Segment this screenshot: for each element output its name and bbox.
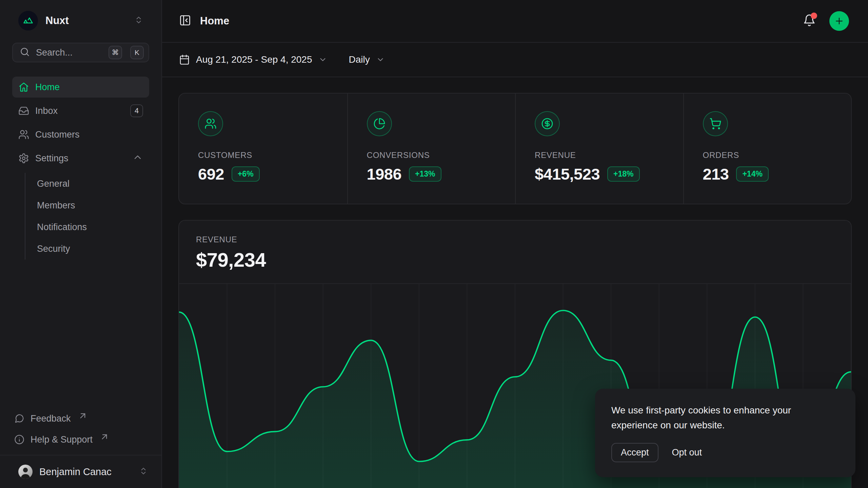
kbd-command: ⌘ bbox=[108, 46, 122, 59]
stat-value: 692 bbox=[198, 165, 224, 183]
revenue-chart-total: $79,234 bbox=[196, 248, 834, 271]
notification-dot bbox=[811, 13, 817, 19]
plus-icon bbox=[834, 16, 844, 26]
chevron-down-icon bbox=[376, 55, 385, 64]
feedback-link[interactable]: Feedback bbox=[12, 408, 149, 429]
message-bubble-icon bbox=[14, 413, 24, 424]
sidebar-footer-links: Feedback Help & Support bbox=[12, 408, 149, 450]
stat-label: REVENUE bbox=[535, 150, 664, 160]
help-support-link[interactable]: Help & Support bbox=[12, 429, 149, 450]
dashboard-page: Nuxt Search... ⌘ K Home bbox=[0, 0, 868, 488]
sidebar-subitem-members[interactable]: Members bbox=[37, 195, 149, 216]
stat-value: $415,523 bbox=[535, 165, 600, 183]
sidebar-subitem-general[interactable]: General bbox=[37, 173, 149, 195]
nuxt-logo-icon bbox=[18, 11, 38, 30]
stat-label: CUSTOMERS bbox=[198, 150, 328, 160]
info-circle-icon bbox=[14, 434, 24, 445]
inbox-icon bbox=[18, 105, 29, 116]
workspace-name: Nuxt bbox=[45, 15, 69, 27]
chevrons-up-down-icon bbox=[134, 16, 143, 26]
notifications-button[interactable] bbox=[803, 14, 816, 28]
workspace-switcher[interactable]: Nuxt bbox=[12, 7, 149, 34]
add-button[interactable] bbox=[829, 11, 849, 31]
inbox-count-badge: 4 bbox=[130, 104, 143, 117]
search-input[interactable]: Search... ⌘ K bbox=[12, 43, 149, 62]
stat-conversions[interactable]: CONVERSIONS 1986 +13% bbox=[347, 94, 515, 204]
calendar-icon bbox=[179, 54, 190, 65]
sidebar-item-settings[interactable]: Settings bbox=[12, 148, 149, 169]
external-link-icon bbox=[99, 432, 110, 442]
granularity-select[interactable]: Daily bbox=[349, 54, 385, 65]
sidebar-item-home[interactable]: Home bbox=[12, 77, 149, 98]
stat-value: 213 bbox=[703, 165, 729, 183]
settings-sub-list: General Members Notifications Security bbox=[25, 173, 149, 260]
home-icon bbox=[18, 82, 29, 93]
feedback-label: Feedback bbox=[31, 413, 71, 424]
stats-card: CUSTOMERS 692 +6% CONVERSIONS 1986 +13% bbox=[178, 93, 852, 204]
cookie-message: We use first-party cookies to enhance yo… bbox=[611, 403, 839, 433]
shopping-cart-icon bbox=[703, 111, 728, 136]
chevron-up-icon bbox=[132, 152, 143, 165]
search-placeholder: Search... bbox=[36, 47, 102, 58]
accept-cookies-button[interactable]: Accept bbox=[611, 443, 658, 462]
user-name: Benjamin Canac bbox=[39, 466, 112, 477]
sidebar-item-label: Customers bbox=[35, 129, 80, 140]
date-range-label: Aug 21, 2025 - Sep 4, 2025 bbox=[196, 54, 312, 65]
cookie-banner: We use first-party cookies to enhance yo… bbox=[595, 389, 855, 477]
sidebar-subitem-notifications[interactable]: Notifications bbox=[37, 216, 149, 238]
filters-toolbar: Aug 21, 2025 - Sep 4, 2025 Daily bbox=[162, 43, 868, 77]
avatar bbox=[18, 465, 33, 479]
granularity-label: Daily bbox=[349, 54, 370, 65]
help-support-label: Help & Support bbox=[31, 434, 93, 445]
stat-delta-badge: +6% bbox=[232, 166, 260, 182]
gear-icon bbox=[18, 153, 29, 164]
chevron-down-icon bbox=[318, 55, 327, 64]
stat-delta-badge: +18% bbox=[607, 166, 639, 182]
stat-customers[interactable]: CUSTOMERS 692 +6% bbox=[179, 94, 347, 204]
user-menu[interactable]: Benjamin Canac bbox=[0, 455, 161, 488]
sidebar-subitem-security[interactable]: Security bbox=[37, 238, 149, 260]
sidebar: Nuxt Search... ⌘ K Home bbox=[0, 0, 162, 488]
page-header: Home bbox=[162, 0, 868, 43]
stat-delta-badge: +14% bbox=[736, 166, 768, 182]
sidebar-item-label: Settings bbox=[35, 153, 68, 164]
chevrons-up-down-icon bbox=[139, 467, 148, 477]
external-link-icon bbox=[78, 411, 88, 421]
sidebar-item-customers[interactable]: Customers bbox=[12, 124, 149, 145]
stat-orders[interactable]: ORDERS 213 +14% bbox=[683, 94, 851, 204]
date-range-picker[interactable]: Aug 21, 2025 - Sep 4, 2025 bbox=[179, 54, 327, 65]
collapse-sidebar-icon[interactable] bbox=[179, 14, 191, 28]
pie-chart-icon bbox=[367, 111, 392, 136]
stat-revenue[interactable]: REVENUE $415,523 +18% bbox=[515, 94, 683, 204]
opt-out-button[interactable]: Opt out bbox=[672, 447, 702, 458]
stat-delta-badge: +13% bbox=[409, 166, 441, 182]
stat-value: 1986 bbox=[367, 165, 402, 183]
stat-label: ORDERS bbox=[703, 150, 832, 160]
main-area: Home Aug 21, 2025 - Sep 4, 2025 bbox=[162, 0, 868, 488]
page-title: Home bbox=[200, 15, 229, 27]
sidebar-item-label: Home bbox=[35, 82, 60, 93]
sidebar-item-inbox[interactable]: Inbox 4 bbox=[12, 100, 149, 121]
users-icon bbox=[198, 111, 223, 136]
sidebar-item-label: Inbox bbox=[35, 106, 58, 116]
users-icon bbox=[18, 129, 29, 140]
stat-label: CONVERSIONS bbox=[367, 150, 496, 160]
kbd-k: K bbox=[130, 46, 144, 59]
sidebar-nav: Home Inbox 4 Customers bbox=[12, 77, 149, 260]
search-icon bbox=[20, 47, 30, 58]
revenue-chart-label: REVENUE bbox=[196, 235, 834, 244]
dollar-circle-icon bbox=[535, 111, 560, 136]
